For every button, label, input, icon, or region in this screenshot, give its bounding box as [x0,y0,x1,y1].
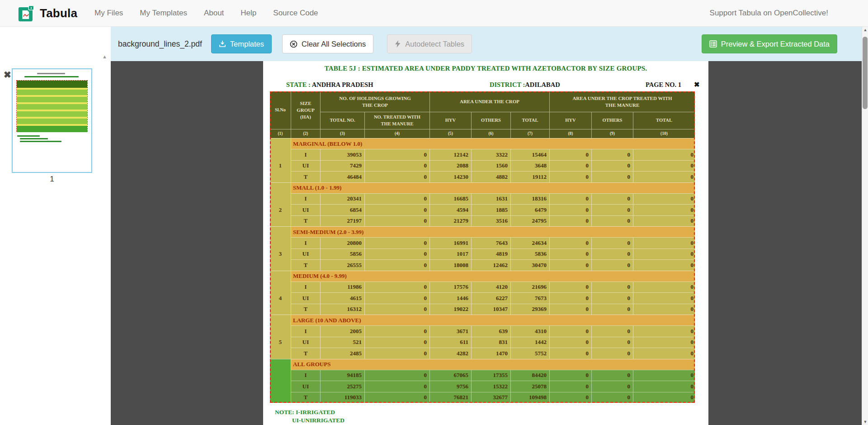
autodetect-button-label: Autodetect Tables [405,40,464,48]
pdf-note-line-2: UI-UNIRRIGATED [292,417,344,424]
thumb-heading-line [37,73,65,74]
district-value: ADILABAD [525,81,560,88]
templates-button-label: Templates [230,40,264,48]
templates-button[interactable]: Templates [211,34,272,53]
support-link[interactable]: Support Tabula on OpenCollective! [710,9,828,18]
page-thumbnail-sidebar: ✖ 1 ▲ ▼ [0,27,111,425]
nav-item-source-code[interactable]: Source Code [273,9,318,18]
sidebar-scroll-up-arrow[interactable]: ▲ [102,54,107,59]
filename-label: background_lines_2.pdf [118,39,202,49]
clear-button-label: Clear All Selections [302,40,366,48]
pdf-viewer-area: TABLE 5J : ESTIMATED AREA UNDER PADDY TR… [111,61,868,425]
page-1-thumbnail[interactable] [12,68,92,173]
brand-title[interactable]: Tabula [40,6,77,20]
pdf-page-number: PAGE NO. 1 [646,81,681,89]
thumb-note-line [20,141,61,142]
pdf-page-canvas[interactable]: TABLE 5J : ESTIMATED AREA UNDER PADDY TR… [263,61,708,425]
state-label: STATE : [286,81,311,88]
document-toolbar: background_lines_2.pdf Templates Clear A… [111,27,868,61]
autodetect-tables-button[interactable]: Autodetect Tables [387,34,472,53]
top-navbar: Tabula My Files My Templates About Help … [0,0,868,27]
clear-all-selections-button[interactable]: Clear All Selections [282,34,373,53]
thumb-title-line [24,76,79,77]
scrollbar-thumb[interactable] [863,37,868,109]
pdf-state-line: STATE : ANDHRA PRADESH [286,81,373,89]
selection-box[interactable] [270,91,695,403]
thumbnail-page-number: 1 [12,175,92,184]
nav-item-my-templates[interactable]: My Templates [140,9,187,18]
lightning-bolt-icon [395,40,401,48]
nav-item-help[interactable]: Help [241,9,256,18]
thumb-note-line [20,138,48,139]
thumbnail-table-selection [16,80,88,132]
scrollbar-down-arrow[interactable]: ▼ [862,420,868,424]
app-window: Tabula My Files My Templates About Help … [0,0,868,425]
pdf-district-line: DISTRICT :ADILABAD [490,81,560,89]
thumb-table-header [17,81,87,88]
nav-item-my-files[interactable]: My Files [94,9,123,18]
district-label: DISTRICT : [490,81,525,88]
nav-item-about[interactable]: About [204,9,224,18]
save-tray-icon [219,40,226,48]
pdf-table-title: TABLE 5J : ESTIMATED AREA UNDER PADDY TR… [263,65,708,72]
state-value: ANDHRA PRADESH [311,81,373,88]
remove-page-button[interactable]: ✖ [4,70,11,79]
table-list-icon [709,40,717,48]
main-scrollbar[interactable]: ▲ ▼ [862,27,868,425]
thumb-note-line [17,135,40,137]
export-button-label: Preview & Export Extracted Data [721,40,830,48]
selection-close-button[interactable]: ✖ [694,81,700,88]
pdf-note-line-1: NOTE: I-IRRIGATED [275,409,335,416]
tabula-logo-icon [18,5,35,22]
circle-x-icon [290,40,297,48]
preview-export-button[interactable]: Preview & Export Extracted Data [702,34,837,53]
nav-links: My Files My Templates About Help Source … [94,9,318,18]
scrollbar-up-arrow[interactable]: ▲ [862,28,868,32]
